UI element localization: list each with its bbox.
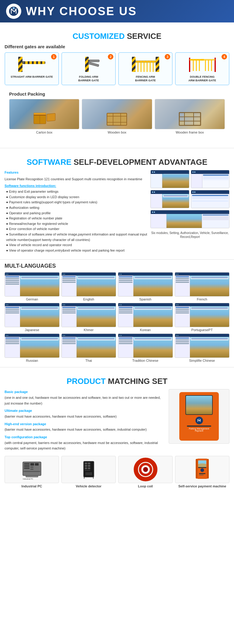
svg-rect-13 xyxy=(89,60,99,62)
features-text: License Plate Recognition 121 countries … xyxy=(5,177,147,182)
functions-title: Software functions introduction: xyxy=(5,183,147,189)
languages-section: MULT-LANGUAGES xyxy=(0,259,234,367)
gate-1: 1 xyxy=(5,52,59,85)
customized-title: CUSTOMIZED SERVICE xyxy=(5,25,229,44)
list-item: Registration of vehicle number plate xyxy=(6,216,147,221)
features-title: Features xyxy=(5,170,147,175)
lang-label-khmer: Khmer xyxy=(61,328,116,332)
svg-rect-18 xyxy=(132,57,136,72)
machine-body: Parking ManagementPayment xyxy=(179,392,219,441)
packing-grid: Carton box Wood xyxy=(9,99,225,134)
hardware-ipc: Industrial PC Industrial PC xyxy=(5,456,59,488)
lang-korean: Korean xyxy=(118,303,173,332)
svg-rect-65 xyxy=(30,469,33,470)
svg-rect-8 xyxy=(22,61,45,64)
svg-point-82 xyxy=(143,467,148,472)
product-packages: Basic package (one in and one out, hardw… xyxy=(5,389,164,451)
packing-frame: Wooden frame box xyxy=(155,99,225,134)
svg-rect-88 xyxy=(199,475,204,475)
svg-rect-70 xyxy=(85,463,87,464)
packing-frame-label: Wooden frame box xyxy=(155,130,225,134)
lang-khmer: Khmer xyxy=(61,303,116,332)
svg-rect-56 xyxy=(180,121,184,125)
machine-slot xyxy=(187,425,211,427)
packing-section: Product Packing Carton box xyxy=(5,90,229,139)
lang-label-simplifie-chinese: Simplifie Chinese xyxy=(175,359,230,362)
svg-rect-12 xyxy=(85,57,89,72)
svg-rect-63 xyxy=(35,463,39,466)
list-item: View of operator charge report,entry&exi… xyxy=(6,248,147,253)
screenshot-4 xyxy=(191,190,230,208)
svg-rect-59 xyxy=(24,463,29,465)
svg-rect-85 xyxy=(198,467,206,468)
svg-rect-75 xyxy=(88,467,90,469)
gate-4: 4 xyxy=(175,52,229,85)
software-title: SOFTWARE SELF-DEVELOPMENT ADVANTAGE xyxy=(5,151,229,170)
hardware-vd-label: Vehicle detector xyxy=(61,484,116,488)
header-title: WHY CHOOSE US xyxy=(26,5,137,18)
lang-english: English xyxy=(61,272,116,301)
svg-point-15 xyxy=(88,60,90,62)
svg-rect-55 xyxy=(185,113,193,117)
svg-rect-62 xyxy=(30,463,34,466)
customized-service-section: CUSTOMIZED SERVICE Different gates are a… xyxy=(0,22,234,145)
svg-rect-89 xyxy=(196,459,198,479)
list-item: Operator and parking profile xyxy=(6,211,147,216)
lang-label-japanese: Japanese xyxy=(5,328,60,332)
gate-3-label: FENCING ARMBARRIER GATE xyxy=(120,75,171,82)
lang-thai: Thai xyxy=(61,334,116,362)
software-screenshots: Six modules, Setting, Authorization, Veh… xyxy=(150,170,229,253)
svg-rect-43 xyxy=(34,113,46,115)
svg-point-86 xyxy=(201,468,204,472)
hardware-lc-label: Loop coil xyxy=(118,484,173,488)
lang-simplifie-chinese: Simplifie Chinese xyxy=(175,334,230,362)
packing-carton-label: Carton box xyxy=(9,130,79,134)
svg-rect-76 xyxy=(85,470,90,471)
machine-logo xyxy=(195,417,203,424)
svg-point-9 xyxy=(22,61,25,64)
screenshot-1 xyxy=(150,170,189,188)
header-section: WHY CHOOSE US xyxy=(0,0,234,22)
lang-japanese: Japanese xyxy=(5,303,60,332)
svg-rect-90 xyxy=(207,459,209,479)
software-text: Features License Plate Recognition 121 c… xyxy=(5,170,147,253)
svg-rect-72 xyxy=(85,465,87,467)
svg-rect-19 xyxy=(156,57,159,72)
hardware-vd: Vehicle detector xyxy=(61,456,116,488)
list-item: Surveillance of software,view of vehicle… xyxy=(6,232,147,242)
lang-label-english: English xyxy=(61,297,116,301)
hardware-lc: Loop coil xyxy=(118,456,173,488)
gate-4-label: DOUBLE FENCINGARM BARRIER GATE xyxy=(177,75,228,82)
lang-label-korean: Korean xyxy=(118,328,173,332)
svg-point-57 xyxy=(199,418,200,419)
list-item: Customize display words in LED display s… xyxy=(6,195,147,200)
svg-point-1 xyxy=(13,7,15,9)
lang-spanish: Spanish xyxy=(118,272,173,301)
svg-rect-7 xyxy=(18,57,22,72)
svg-rect-87 xyxy=(199,473,205,474)
lang-tradition-chinese: Tradition Chinese xyxy=(118,334,173,362)
software-section: SOFTWARE SELF-DEVELOPMENT ADVANTAGE Feat… xyxy=(0,148,234,259)
screenshot-3 xyxy=(150,190,189,208)
languages-grid: German xyxy=(5,272,229,362)
product-machine: Parking ManagementPayment xyxy=(169,389,229,444)
gates-grid: 1 xyxy=(5,52,229,85)
gate-1-label: STRAIGHT ARM BARRIER GATE xyxy=(6,75,57,79)
svg-rect-44 xyxy=(107,113,127,125)
lang-russian: Russian xyxy=(5,334,60,362)
gate-3: 3 xyxy=(118,52,173,85)
svg-rect-14 xyxy=(88,62,99,67)
lang-portuguesept: PortuguesePT xyxy=(175,303,230,332)
gate-2-label: FOLDING ARMBARRIER GATE xyxy=(63,75,114,82)
svg-text:Industrial PC: Industrial PC xyxy=(23,478,33,480)
svg-rect-77 xyxy=(85,472,92,475)
svg-rect-42 xyxy=(47,114,55,121)
machine-text: Parking ManagementPayment xyxy=(188,428,211,432)
svg-rect-74 xyxy=(85,467,87,469)
list-item: Payment rules setting(support eight type… xyxy=(6,200,147,205)
hardware-grid: Industrial PC Industrial PC xyxy=(5,456,229,488)
hardware-pm-label: Self-service payment machine xyxy=(175,484,229,488)
screenshot-5 xyxy=(150,210,229,228)
gate-2: 2 FOLDING ARMBARRIER GATE xyxy=(61,52,116,85)
screenshot-caption: Six modules, Setting, Authorization, Veh… xyxy=(150,231,229,239)
